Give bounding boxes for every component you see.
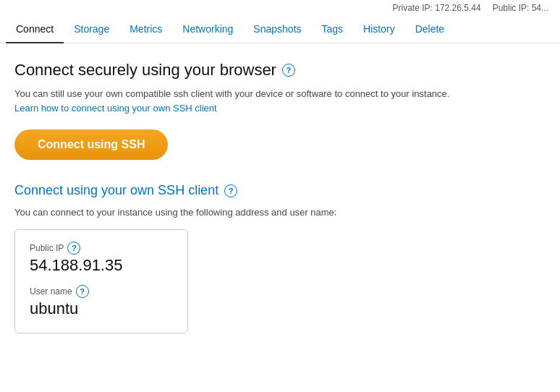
ssh-client-link[interactable]: Learn how to connect using your own SSH … [14,103,217,114]
public-ip-label: Public IP ? [30,242,173,255]
username-help-icon[interactable]: ? [76,285,89,298]
ssh-client-description: You can connect to your instance using t… [14,207,546,218]
ssh-client-help-icon[interactable]: ? [224,184,237,197]
public-ip-help-icon[interactable]: ? [67,242,80,255]
ip-bar: Private IP: 172.26.5.44 Public IP: 54... [0,0,560,16]
tab-navigation: Connect Storage Metrics Networking Snaps… [0,16,560,43]
tab-networking[interactable]: Networking [172,16,243,43]
private-ip: Private IP: 172.26.5.44 [393,3,481,13]
public-ip-value: 54.188.91.35 [30,256,173,275]
tab-connect[interactable]: Connect [6,16,64,43]
browser-connect-help-icon[interactable]: ? [282,64,295,77]
connect-ssh-button[interactable]: Connect using SSH [14,129,168,160]
browser-connect-description: You can still use your own compatible ss… [14,87,463,115]
tab-history[interactable]: History [353,16,405,43]
ssh-client-heading: Connect using your own SSH client ? [14,183,546,198]
ip-card: Public IP ? 54.188.91.35 User name ? ubu… [14,229,188,333]
tab-metrics[interactable]: Metrics [119,16,172,43]
ssh-client-section: Connect using your own SSH client ? You … [14,183,546,333]
tab-tags[interactable]: Tags [312,16,354,43]
browser-connect-heading: Connect securely using your browser ? [14,61,546,80]
public-ip: Public IP: 54... [493,3,548,13]
username-label: User name ? [30,285,173,298]
tab-snapshots[interactable]: Snapshots [243,16,311,43]
tab-delete[interactable]: Delete [405,16,454,43]
tab-storage[interactable]: Storage [64,16,119,43]
username-value: ubuntu [30,299,173,318]
main-content: Connect securely using your browser ? Yo… [0,43,560,362]
